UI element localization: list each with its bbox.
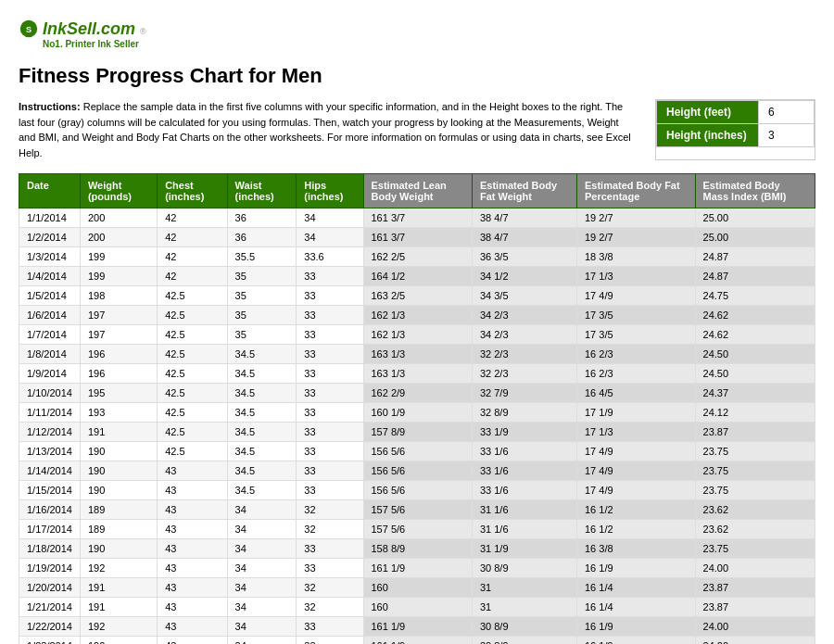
cell-14-3: 34.5 [227,481,297,500]
cell-2-8: 24.87 [695,247,815,267]
cell-10-5: 160 1/9 [363,403,472,423]
cell-0-2: 42 [158,208,227,228]
cell-16-6: 31 1/6 [472,520,576,539]
cell-4-0: 1/5/2014 [19,286,81,306]
cell-3-2: 42 [158,267,227,286]
cell-3-4: 33 [297,267,363,286]
cell-20-1: 191 [80,598,157,617]
cell-11-8: 23.87 [695,423,815,442]
cell-13-7: 17 4/9 [576,461,695,481]
cell-0-1: 200 [80,208,157,228]
cell-18-4: 33 [297,559,363,578]
cell-7-3: 34.5 [227,345,297,364]
cell-17-1: 190 [80,539,157,559]
cell-20-2: 43 [158,598,227,617]
height-feet-label: Height (feet) [657,101,759,124]
cell-0-0: 1/1/2014 [19,208,81,228]
cell-21-1: 192 [80,617,157,637]
cell-15-8: 23.62 [695,500,815,520]
col-header-7: Estimated Body Fat Percentage [576,174,695,208]
instructions-text: Instructions: Replace the sample data in… [19,99,637,160]
cell-14-2: 43 [158,481,227,500]
cell-19-7: 16 1/4 [576,578,695,598]
cell-13-8: 23.75 [695,461,815,481]
cell-4-6: 34 3/5 [472,286,576,306]
cell-18-1: 192 [80,559,157,578]
fitness-table: DateWeight (pounds)Chest (inches)Waist (… [19,173,815,644]
cell-21-7: 16 1/9 [576,617,695,637]
cell-1-1: 200 [80,228,157,247]
cell-18-5: 161 1/9 [363,559,472,578]
cell-16-5: 157 5/6 [363,520,472,539]
cell-9-6: 32 7/9 [472,384,576,403]
table-row: 1/1/2014200423634161 3/738 4/719 2/725.0… [19,208,815,228]
cell-3-7: 17 1/3 [576,267,695,286]
cell-22-2: 43 [158,637,227,645]
cell-22-6: 30 8/9 [472,637,576,645]
instructions-label: Instructions: [19,101,81,112]
cell-16-0: 1/17/2014 [19,520,81,539]
cell-2-7: 18 3/8 [576,247,695,267]
cell-15-1: 189 [80,500,157,520]
cell-22-8: 24.00 [695,637,815,645]
logo-tagline: No1. Printer Ink Seller [43,39,146,49]
cell-11-6: 33 1/9 [472,423,576,442]
cell-22-7: 16 1/9 [576,637,695,645]
height-inches-label: Height (inches) [657,124,759,147]
cell-11-2: 42.5 [158,423,227,442]
cell-12-3: 34.5 [227,442,297,461]
cell-15-3: 34 [227,500,297,520]
cell-12-2: 42.5 [158,442,227,461]
logo-icon: S [19,19,39,39]
cell-11-1: 191 [80,423,157,442]
cell-18-8: 24.00 [695,559,815,578]
cell-13-2: 43 [158,461,227,481]
cell-5-0: 1/6/2014 [19,306,81,325]
cell-22-3: 34 [227,637,297,645]
logo: S InkSell.com ® No1. Printer Ink Seller [19,19,815,49]
height-inches-value[interactable]: 3 [759,124,815,147]
cell-2-2: 42 [158,247,227,267]
cell-1-3: 36 [227,228,297,247]
cell-6-4: 33 [297,325,363,345]
cell-3-0: 1/4/2014 [19,267,81,286]
top-section: Instructions: Replace the sample data in… [19,99,815,160]
table-row: 1/23/2014192433433161 1/930 8/916 1/924.… [19,637,815,645]
cell-20-3: 34 [227,598,297,617]
cell-8-8: 24.50 [695,364,815,384]
table-row: 1/10/201419542.534.533162 2/932 7/916 4/… [19,384,815,403]
table-row: 1/18/2014190433433158 8/931 1/916 3/823.… [19,539,815,559]
cell-20-8: 23.87 [695,598,815,617]
cell-17-3: 34 [227,539,297,559]
cell-11-5: 157 8/9 [363,423,472,442]
cell-7-6: 32 2/3 [472,345,576,364]
cell-20-5: 160 [363,598,472,617]
cell-9-8: 24.37 [695,384,815,403]
cell-19-3: 34 [227,578,297,598]
table-row: 1/20/20141914334321603116 1/423.87 [19,578,815,598]
cell-4-8: 24.75 [695,286,815,306]
cell-1-8: 25.00 [695,228,815,247]
cell-4-1: 198 [80,286,157,306]
cell-19-5: 160 [363,578,472,598]
cell-20-0: 1/21/2014 [19,598,81,617]
cell-22-5: 161 1/9 [363,637,472,645]
height-feet-value[interactable]: 6 [759,101,815,124]
table-row: 1/19/2014192433433161 1/930 8/916 1/924.… [19,559,815,578]
cell-5-3: 35 [227,306,297,325]
table-row: 1/9/201419642.534.533163 1/332 2/316 2/3… [19,364,815,384]
cell-18-3: 34 [227,559,297,578]
cell-14-7: 17 4/9 [576,481,695,500]
table-row: 1/4/2014199423533164 1/234 1/217 1/324.8… [19,267,815,286]
cell-10-2: 42.5 [158,403,227,423]
cell-14-4: 33 [297,481,363,500]
cell-4-4: 33 [297,286,363,306]
svg-text:S: S [26,25,32,34]
cell-9-1: 195 [80,384,157,403]
cell-6-5: 162 1/3 [363,325,472,345]
table-row: 1/15/20141904334.533156 5/633 1/617 4/92… [19,481,815,500]
cell-7-5: 163 1/3 [363,345,472,364]
cell-13-5: 156 5/6 [363,461,472,481]
cell-14-1: 190 [80,481,157,500]
cell-10-6: 32 8/9 [472,403,576,423]
